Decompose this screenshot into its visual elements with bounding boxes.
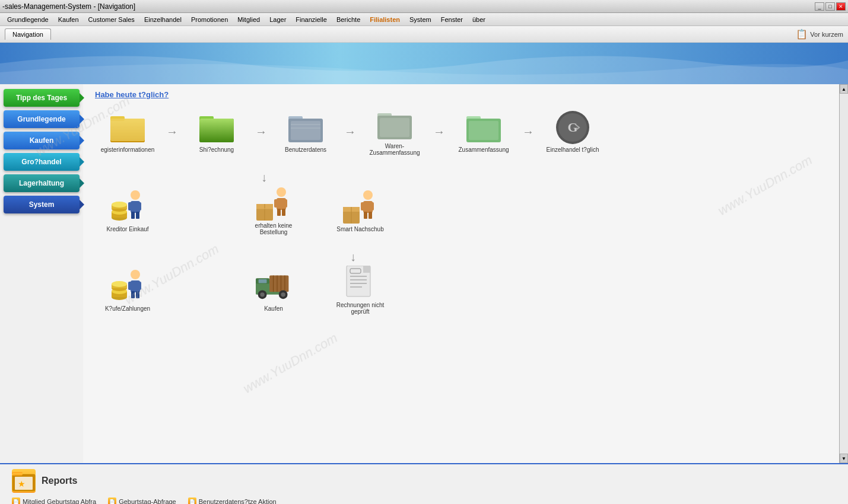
person-money2-svg — [110, 269, 145, 304]
workflow-label-3: Benutzerdatens — [285, 146, 326, 153]
workflow-label-4: Waren-Zusammenfassung — [362, 143, 427, 156]
workflow-label-kreditor: Kreditor Einkauf — [106, 226, 148, 232]
recent-label: Vor kurzem — [810, 31, 843, 38]
svg-point-38 — [277, 187, 286, 197]
svg-rect-51 — [364, 212, 367, 219]
svg-rect-30 — [128, 202, 133, 210]
person-money-icon — [110, 191, 145, 224]
workflow-item-kreditor[interactable]: Kreditor Einkauf — [95, 191, 160, 232]
menu-lager[interactable]: Lager — [265, 15, 291, 24]
reports-section: ★ Reports 📄 Mitglied Geburtstag Abfra 📄 … — [0, 463, 848, 504]
menu-finanzielle[interactable]: Finanzielle — [291, 15, 332, 24]
svg-rect-80 — [363, 266, 370, 273]
report-label-2: Geburtstag-Abfrage — [119, 498, 176, 504]
svg-text:G: G — [567, 120, 577, 135]
person-money2-icon — [110, 270, 145, 303]
sidebar-btn-grosshandel[interactable]: Gro?handel — [4, 153, 80, 171]
reports-header: ★ Reports — [12, 469, 836, 493]
folder-open-gray-svg — [288, 113, 323, 142]
svg-rect-41 — [282, 199, 287, 208]
scroll-up-button[interactable]: ▲ — [840, 84, 848, 94]
svg-rect-40 — [274, 199, 279, 208]
sidebar-btn-tipp[interactable]: Tipp des Tages — [4, 89, 80, 107]
folder-lightgreen-svg — [466, 113, 501, 142]
menu-einzelhandel[interactable]: Einzelhandel — [139, 15, 186, 24]
down-arrow-2: ↓ — [350, 250, 356, 264]
report-link-2[interactable]: 📄 Geburtstag-Abfrage — [108, 497, 176, 504]
workflow-item-nachschub[interactable]: Smart Nachschub — [328, 191, 393, 232]
svg-rect-7 — [199, 119, 234, 142]
gc-logo-svg: G — [555, 110, 590, 145]
svg-rect-18 — [469, 121, 498, 140]
workflow-item-bestellung[interactable]: erhalten keine Bestellung — [241, 187, 306, 235]
report-link-3[interactable]: 📄 Benutzerdatens?tze Aktion — [188, 497, 277, 504]
arrow-4: → — [433, 125, 445, 139]
workflow-label-rechnungen: Rechnungen nicht geprüft — [328, 302, 393, 315]
workflow-label-bestellung: erhalten keine Bestellung — [241, 222, 306, 235]
reports-title: Reports — [42, 476, 77, 486]
content-area: Habe heute t?glich? egisterinformationen… — [83, 84, 839, 463]
down-arrow-2-container: ↓ — [95, 250, 827, 264]
scrollbar[interactable]: ▲ ▼ — [839, 84, 848, 463]
folder-open-gray2-svg — [377, 110, 412, 139]
titlebar: -sales-Management-System - [Navigation] … — [0, 0, 848, 13]
sidebar-btn-grundlegende[interactable]: Grundlegende — [4, 110, 80, 128]
workflow-item-kaufzahlungen[interactable]: K?ufe/Zahlungen — [95, 270, 160, 312]
workflow-item-4[interactable]: Waren-Zusammenfassung — [362, 108, 427, 156]
down-arrow-1-container: ↓ — [95, 171, 827, 184]
svg-rect-67 — [259, 279, 267, 283]
minimize-button[interactable]: _ — [815, 2, 824, 11]
menu-promotionen[interactable]: Promotionen — [186, 15, 233, 24]
menu-fenster[interactable]: Fenster — [436, 15, 468, 24]
svg-rect-49 — [361, 202, 366, 210]
workflow-item-5[interactable]: Zusammenfassung — [451, 111, 516, 153]
person-box2-icon — [342, 191, 378, 224]
workflow-row-2: Kreditor Einkauf — [95, 187, 827, 235]
svg-rect-31 — [136, 202, 141, 210]
main-layout: Tipp des Tages Grundlegende Kaufen Gro?h… — [0, 84, 848, 463]
menu-mitglied[interactable]: Mitglied — [233, 15, 265, 24]
recent-icon: 📋 — [796, 28, 808, 40]
svg-rect-50 — [369, 202, 374, 210]
maximize-button[interactable]: □ — [825, 2, 835, 11]
workflow-item-kaufen[interactable]: Kaufen — [241, 270, 306, 312]
menubar: Grundlegende Kaufen Customer Sales Einze… — [0, 13, 848, 26]
report-link-1[interactable]: 📄 Mitglied Geburtstag Abfra — [12, 497, 96, 504]
scroll-down-button[interactable]: ▼ — [840, 454, 848, 463]
workflow-label-gc: Einzelhandel t?glich — [547, 146, 599, 153]
svg-point-28 — [131, 190, 140, 200]
titlebar-controls: _ □ ✕ — [815, 2, 846, 11]
svg-point-27 — [112, 202, 127, 208]
report-label-1: Mitglied Geburtstag Abfra — [23, 498, 96, 504]
svg-rect-42 — [277, 209, 281, 216]
svg-text:★: ★ — [18, 479, 26, 489]
menu-grundlegende[interactable]: Grundlegende — [2, 15, 53, 24]
folder-lightgreen-icon — [466, 111, 501, 144]
workflow-item-rechnungen[interactable]: Rechnungen nicht geprüft — [328, 267, 393, 315]
menu-filialisten[interactable]: Filialisten — [365, 15, 405, 24]
truck-icon — [256, 270, 291, 303]
svg-rect-68 — [269, 276, 288, 292]
sidebar-btn-lagerhaltung[interactable]: Lagerhaltung — [4, 174, 80, 192]
workflow-item-gc[interactable]: G Einzelhandel t?glich — [540, 111, 605, 153]
menu-uber[interactable]: über — [468, 15, 490, 24]
down-arrow-1: ↓ — [261, 171, 267, 184]
close-button[interactable]: ✕ — [836, 2, 846, 11]
menu-system[interactable]: System — [405, 15, 436, 24]
person-money-svg — [110, 189, 145, 225]
report-icon-2: 📄 — [108, 497, 116, 504]
menu-berichte[interactable]: Berichte — [332, 15, 365, 24]
sidebar-btn-kaufen[interactable]: Kaufen — [4, 132, 80, 149]
workflow-label-kaufzahlungen: K?ufe/Zahlungen — [105, 305, 150, 312]
arrow-1: → — [166, 125, 178, 139]
workflow-item-2[interactable]: Shi?echnung — [184, 111, 249, 153]
sidebar-btn-system[interactable]: System — [4, 196, 80, 213]
workflow-item-1[interactable]: egisterinformationen — [95, 111, 160, 153]
workflow-label-1: egisterinformationen — [101, 146, 155, 153]
navigation-tab[interactable]: Navigation — [5, 28, 51, 40]
titlebar-text: -sales-Management-System - [Navigation] — [2, 2, 135, 11]
workflow-item-3[interactable]: Benutzerdatens — [273, 111, 338, 153]
menu-kaufen[interactable]: Kaufen — [53, 15, 84, 24]
person-box2-svg — [343, 189, 377, 225]
menu-customer-sales[interactable]: Customer Sales — [84, 15, 139, 24]
